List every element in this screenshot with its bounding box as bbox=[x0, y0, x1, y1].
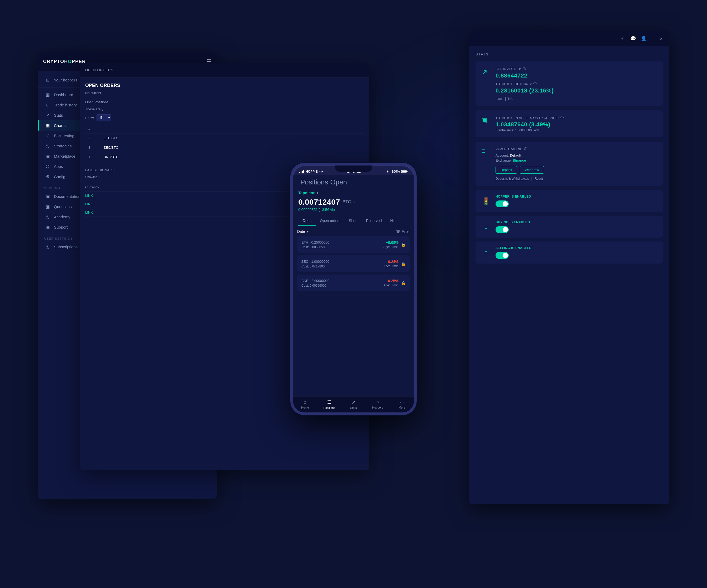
sidebar-label-trade-history: Trade history bbox=[54, 103, 77, 107]
selling-enabled-toggle[interactable] bbox=[496, 252, 509, 259]
chat-icon[interactable]: 💬 bbox=[630, 36, 636, 41]
these-are-note: These are y... bbox=[85, 107, 364, 111]
sidebar-label-marketplace: Marketplace bbox=[54, 154, 75, 158]
phone-tabs: Open Open orders Short Reserved Histor..… bbox=[298, 216, 409, 226]
col-profit bbox=[203, 127, 267, 131]
btc-invested-info-icon[interactable]: ⓘ bbox=[523, 67, 526, 71]
bottom-nav-more[interactable]: ··· More bbox=[390, 397, 414, 412]
top-icons: ☾ 💬 👤 bbox=[621, 36, 646, 41]
page-subtitle: Open bbox=[330, 178, 347, 186]
show-label: Show bbox=[85, 116, 94, 120]
pos-pct-bnb: -0.25% bbox=[383, 279, 399, 283]
open-orders-title: OPEN ORDERS bbox=[85, 83, 364, 88]
bottom-nav-stats[interactable]: ↗ Stats bbox=[341, 397, 366, 412]
filter-row: Date ∨ Filter bbox=[297, 226, 410, 236]
buying-enabled-content: BUYING IS ENABLED bbox=[496, 220, 657, 233]
position-card-bnb[interactable]: BNB · 3.00000000 Cost: 0.00696000 -0.25%… bbox=[297, 274, 410, 291]
currency-dropdown-icon[interactable]: ∨ bbox=[353, 200, 356, 204]
stats-icon: ↗ bbox=[45, 113, 50, 118]
trending-up-icon: ↗ bbox=[481, 68, 491, 76]
lock-icon-zec: 🔒 bbox=[401, 261, 406, 266]
scene: CRYPTOHOPPER ☰ ⊞ Your hoppers ▦ Dashboar… bbox=[38, 31, 669, 557]
position-card-eth[interactable]: ETH · 0.25000000 Cost: 0.00530500 +0.08%… bbox=[297, 236, 410, 253]
tab-open-orders[interactable]: Open orders bbox=[316, 216, 344, 226]
more-nav-label: More bbox=[399, 406, 405, 409]
total-assets-info-icon[interactable]: ⓘ bbox=[561, 116, 564, 120]
signal-icon bbox=[299, 170, 304, 173]
pos-left-zec: ZEC · 1.00000000 Cost: 0.0417800 bbox=[301, 259, 383, 268]
date-filter[interactable]: Date ∨ bbox=[297, 229, 309, 233]
col-pair: I bbox=[104, 127, 135, 131]
btc-returns-info-icon[interactable]: ⓘ bbox=[533, 82, 537, 86]
hopper-chevron: › bbox=[317, 191, 318, 195]
stats-panel: STATS ↗ BTC INVESTED: ⓘ 0.88644722 TOTAL… bbox=[469, 46, 669, 273]
paper-links: Deposits & Withdrawals | Reset bbox=[496, 177, 544, 181]
paper-trading-info-icon[interactable]: ⓘ bbox=[524, 147, 528, 151]
bottom-nav-home[interactable]: ⌂ Home bbox=[293, 397, 317, 412]
buying-enabled-toggle[interactable] bbox=[496, 226, 509, 233]
phone-notch bbox=[335, 166, 372, 172]
tab-reserved[interactable]: Reserved bbox=[362, 216, 386, 226]
hopper-enabled-content: HOPPER IS ENABLED bbox=[496, 195, 657, 207]
bottom-nav-hoppers[interactable]: ○ Hoppers bbox=[366, 397, 390, 412]
close-button[interactable]: ✕ bbox=[660, 36, 663, 41]
moon-icon[interactable]: ☾ bbox=[621, 36, 626, 41]
pos-right-bnb: -0.25% Age: 8 min bbox=[383, 279, 399, 287]
pos-right-eth: +0.08% Age: 8 min bbox=[383, 240, 399, 249]
col-num: # bbox=[88, 127, 102, 131]
tab-open[interactable]: Open bbox=[298, 216, 316, 226]
dashboard-icon: ▦ bbox=[45, 92, 50, 97]
info-link[interactable]: info bbox=[508, 97, 513, 101]
sidebar-label-charts: Charts bbox=[54, 123, 66, 128]
home-nav-label: Home bbox=[301, 406, 309, 409]
sidebar-label-your-hoppers: Your hoppers bbox=[54, 78, 77, 82]
filter-button[interactable]: Filter bbox=[396, 229, 410, 233]
stat-links: reset | info bbox=[496, 96, 657, 101]
position-card-zec[interactable]: ZEC · 1.00000000 Cost: 0.0417800 -0.24% … bbox=[297, 255, 410, 272]
buying-enabled-card: ↓ BUYING IS ENABLED bbox=[475, 216, 663, 238]
edit-link[interactable]: edit bbox=[534, 128, 539, 132]
deposit-button[interactable]: Deposit bbox=[496, 166, 517, 174]
hopper-enabled-toggle[interactable] bbox=[496, 200, 509, 207]
deposits-withdrawals-link[interactable]: Deposits & Withdrawals bbox=[496, 177, 529, 181]
selling-enabled-content: SELLING IS ENABLED bbox=[496, 246, 657, 259]
user-icon[interactable]: 👤 bbox=[641, 36, 646, 41]
reset-link[interactable]: reset bbox=[496, 97, 503, 101]
tab-short[interactable]: Short bbox=[344, 216, 362, 226]
sidebar-label-subscriptions: Subscriptions bbox=[54, 245, 77, 249]
window-controls: – ✕ bbox=[654, 36, 663, 41]
minimize-button[interactable]: – bbox=[654, 36, 657, 41]
phone-amount: 0.00712407 BTC ∨ bbox=[298, 197, 409, 207]
show-select[interactable]: 5 10 25 bbox=[97, 114, 111, 121]
bottom-nav-positions[interactable]: ☰ Positions bbox=[317, 397, 341, 412]
right-header: ☾ 💬 👤 – ✕ bbox=[469, 31, 669, 46]
sidebar-label-support: Support bbox=[54, 225, 68, 229]
strategies-icon: ◎ bbox=[45, 143, 50, 148]
reset-link-2[interactable]: Reset bbox=[535, 177, 543, 181]
download-icon: ↓ bbox=[481, 223, 491, 231]
buying-enabled-label: BUYING IS ENABLED bbox=[496, 220, 657, 224]
questions-icon: ▣ bbox=[45, 204, 50, 209]
withdraw-button[interactable]: Withdraw bbox=[520, 166, 544, 174]
total-assets-content: TOTAL BTC IN ASSETS ON EXCHANGE: ⓘ 1.034… bbox=[496, 116, 657, 132]
sidebar-label-academy: Academy bbox=[54, 215, 70, 219]
currency-link-1[interactable]: LINK bbox=[85, 194, 93, 197]
stats-title: STATS bbox=[475, 52, 663, 56]
pos-left-bnb: BNB · 3.00000000 Cost: 0.00696000 bbox=[301, 278, 383, 287]
tab-history[interactable]: Histor... bbox=[386, 216, 407, 226]
col-actions bbox=[269, 127, 333, 131]
pos-pair-eth: ETH · 0.25000000 bbox=[301, 240, 383, 244]
phone-change: 0.00020351 (+3.56 %) bbox=[298, 208, 409, 212]
currency-link-2[interactable]: LINK bbox=[85, 202, 93, 206]
stats-nav-label: Stats bbox=[350, 406, 357, 409]
total-assets-card: ▣ TOTAL BTC IN ASSETS ON EXCHANGE: ⓘ 1.0… bbox=[475, 110, 663, 137]
pos-age-eth: Age: 8 min bbox=[383, 245, 399, 249]
table-header: # I bbox=[85, 125, 364, 134]
currency-link-3[interactable]: LINK bbox=[85, 211, 93, 214]
pos-pct-zec: -0.24% bbox=[383, 259, 399, 263]
marketplace-icon: ▣ bbox=[45, 154, 50, 159]
phone-page-title: PositionsOpen bbox=[298, 178, 409, 186]
paper-trading-label: PAPER TRADING ⓘ bbox=[496, 147, 544, 151]
sidebar-label-stats: Stats bbox=[54, 113, 63, 117]
phone-hopper-name[interactable]: Tapoleon › bbox=[298, 187, 409, 197]
